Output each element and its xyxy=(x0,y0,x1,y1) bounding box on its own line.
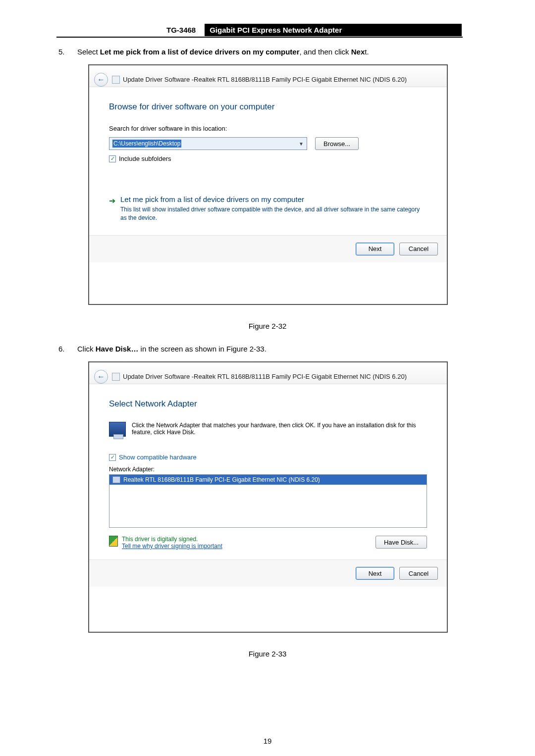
include-subfolders-label: Include subfolders xyxy=(119,155,171,162)
step-5-num: 5. xyxy=(58,48,77,56)
titlebar-2: ← Update Driver Software -Realtek RTL 81… xyxy=(89,362,447,384)
step5-bold2: Nex xyxy=(351,48,365,56)
dialog2-heading: Select Network Adapter xyxy=(109,399,427,409)
arrow-right-icon: ➔ xyxy=(109,196,115,222)
step5-prefix: Select xyxy=(77,48,100,56)
step6-bold1: Have Disk… xyxy=(96,345,139,353)
figure-2-32: Figure 2-32 xyxy=(0,322,535,330)
step5-bold1: Let me pick from a list of device driver… xyxy=(100,48,300,56)
step6-prefix: Click xyxy=(77,345,96,353)
cancel-button[interactable]: Cancel xyxy=(399,567,438,580)
shield-icon xyxy=(109,536,118,547)
step5-mid: , and then click xyxy=(299,48,351,56)
dialog1-body: Browse for driver software on your compu… xyxy=(89,87,447,235)
show-compatible-checkbox[interactable]: ✓ xyxy=(109,454,116,461)
dialog1-heading: Browse for driver software on your compu… xyxy=(109,102,427,112)
have-disk-button[interactable]: Have Disk... xyxy=(375,536,427,549)
list-header: Network Adapter: xyxy=(109,465,427,474)
path-value: C:\Users\english\Desktop xyxy=(112,140,181,148)
header-underline xyxy=(56,37,463,38)
titlebar-1: ← Update Driver Software -Realtek RTL 81… xyxy=(89,65,447,87)
signed-text: This driver is digitally signed. xyxy=(122,536,222,543)
adapter-icon xyxy=(109,422,126,437)
show-compatible-label: Show compatible hardware xyxy=(119,454,197,461)
chevron-down-icon[interactable]: ▼ xyxy=(299,141,304,147)
list-item[interactable]: Realtek RTL 8168B/8111B Family PCI-E Gig… xyxy=(109,475,427,485)
button-strip-1: Next Cancel xyxy=(89,235,447,262)
pick-subtitle: This list will show installed driver sof… xyxy=(120,205,427,222)
search-label: Search for driver software in this locat… xyxy=(109,125,427,132)
adapter-listbox[interactable]: Realtek RTL 8168B/8111B Family PCI-E Gig… xyxy=(109,474,427,528)
back-button[interactable]: ← xyxy=(94,73,108,87)
dialog2-instruction: Click the Network Adapter that matches y… xyxy=(132,422,427,437)
dialog1-title: Update Driver Software -Realtek RTL 8168… xyxy=(123,76,407,83)
step-6-num: 6. xyxy=(58,345,77,353)
wizard-icon xyxy=(112,373,120,381)
figure-2-33: Figure 2-33 xyxy=(0,650,535,658)
include-subfolders-checkbox[interactable]: ✓ xyxy=(109,155,116,162)
cancel-button[interactable]: Cancel xyxy=(399,243,438,255)
dialog2-body: Select Network Adapter Click the Network… xyxy=(89,384,447,559)
next-button[interactable]: Next xyxy=(356,567,394,580)
page-number: 19 xyxy=(0,737,535,745)
step-6: 6. Click Have Disk… in the screen as sho… xyxy=(58,345,465,353)
step-6-text: Click Have Disk… in the screen as shown … xyxy=(77,345,465,353)
wizard-icon xyxy=(112,76,120,84)
path-combo[interactable]: C:\Users\english\Desktop ▼ xyxy=(109,137,307,150)
next-button[interactable]: Next xyxy=(356,243,394,255)
tell-me-link[interactable]: Tell me why driver signing is important xyxy=(122,543,222,550)
product-title: Gigabit PCI Express Network Adapter xyxy=(205,24,462,36)
browse-button[interactable]: Browse... xyxy=(315,137,359,150)
dialog-browse: ✕ ← Update Driver Software -Realtek RTL … xyxy=(88,64,448,305)
button-strip-2: Next Cancel xyxy=(89,559,447,587)
pick-title: Let me pick from a list of device driver… xyxy=(120,195,427,203)
back-button[interactable]: ← xyxy=(94,370,108,384)
step-5-text: Select Let me pick from a list of device… xyxy=(77,48,465,56)
dialog2-title: Update Driver Software -Realtek RTL 8168… xyxy=(123,373,407,380)
nic-icon xyxy=(112,476,120,483)
model-label: TG-3468 xyxy=(166,26,205,34)
step6-suffix: in the screen as shown in Figure 2-33. xyxy=(138,345,266,353)
step-5: 5. Select Let me pick from a list of dev… xyxy=(58,48,465,56)
step5-suffix: t. xyxy=(365,48,369,56)
dialog-select-adapter: ✕ ← Update Driver Software -Realtek RTL … xyxy=(88,361,448,633)
pick-option[interactable]: ➔ Let me pick from a list of device driv… xyxy=(109,192,427,225)
list-item-label: Realtek RTL 8168B/8111B Family PCI-E Gig… xyxy=(123,476,320,483)
